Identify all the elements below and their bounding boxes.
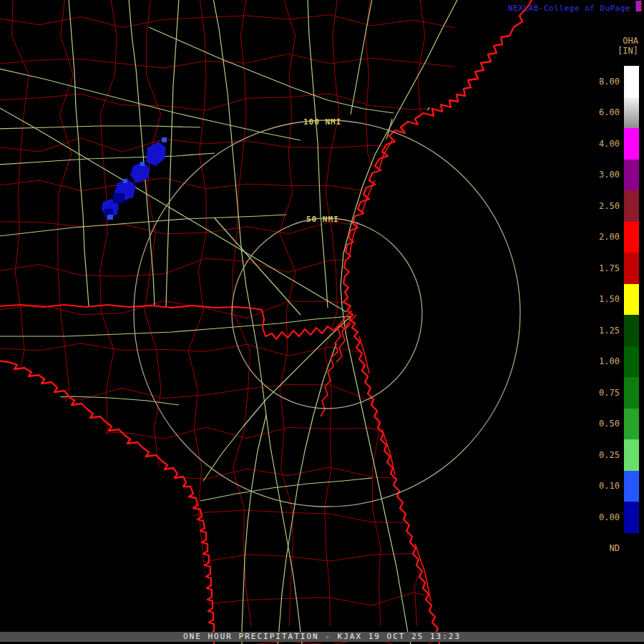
legend-label: 0.10 [587,481,620,491]
atlantic-coastline [343,0,533,644]
range-ring-50nmi [232,218,422,409]
precipitation-echoes [102,137,167,220]
legend-swatch [624,66,639,97]
river [321,311,356,416]
legend-label: 1.75 [587,263,620,273]
legend-label: 0.75 [587,388,620,398]
legend-row: 2.00 [587,222,639,253]
county-line [0,467,454,484]
highways [0,0,458,644]
county-line [0,258,454,276]
county-line [12,0,29,626]
legend-label: 1.25 [587,326,620,336]
county-line [0,425,454,441]
legend-row: 1.50 [587,284,639,316]
county-line [0,342,454,357]
range-ring-labels: 100 NMI 50 NMI [303,117,341,224]
legend-row: 4.00 [587,128,639,160]
radar-viewport: 100 NMI 50 NMI NEXLAB-College of DuPage … [0,0,644,644]
coastline [0,0,533,644]
county-line [233,0,251,626]
legend-swatch [624,502,639,533]
range-ring-label-100: 100 NMI [303,117,341,127]
legend-swatch [624,315,639,346]
legend-row: 0.50 [587,409,639,440]
legend-label: 0.00 [587,512,620,522]
legend-label: 8.00 [587,77,620,87]
legend-label: 1.50 [587,294,620,304]
legend-swatch [624,346,639,378]
county-line [366,0,384,626]
county-line [0,553,454,565]
state-border [0,305,351,339]
product-label-block: OHA [IN] [618,36,638,56]
county-line [0,178,454,193]
legend-swatch [624,409,639,440]
legend-swatch [624,128,639,160]
legend-label: ND [587,543,620,553]
legend-swatch [624,97,639,129]
range-ring-100nmi [134,120,520,507]
legend-label: 0.50 [587,419,620,429]
color-scale-legend: 8.006.004.003.002.502.001.751.501.251.00… [587,66,639,564]
county-line [145,0,161,626]
legend-swatch [624,190,639,222]
county-line [280,0,296,626]
legend-row: 0.25 [587,439,639,471]
range-rings [134,120,520,507]
legend-row: 1.75 [587,253,639,284]
product-units-label: [IN] [618,46,638,56]
cod-logo-icon: ▓ [635,1,641,11]
county-borders [0,0,454,644]
legend-row: 0.75 [587,377,639,409]
legend-label: 2.50 [587,201,620,211]
legend-swatch [624,533,639,565]
status-text: ONE HOUR PRECIPITATION - KJAX 19 OCT 25 … [183,632,461,641]
legend-row: ND [587,533,639,565]
legend-row: 2.50 [587,190,639,222]
legend-swatch [624,471,639,502]
legend-swatch [624,377,639,409]
legend-swatch [624,160,639,191]
status-bar: ONE HOUR PRECIPITATION - KJAX 19 OCT 25 … [0,632,644,642]
legend-label: 0.25 [587,450,620,460]
radar-map: 100 NMI 50 NMI [0,0,644,644]
legend-swatch [624,253,639,284]
legend-label: 6.00 [587,107,620,117]
legend-row: 1.25 [587,315,639,346]
legend-swatch [624,222,639,253]
county-line [57,0,74,626]
range-ring-label-50: 50 NMI [306,215,339,224]
county-line [411,0,427,626]
legend-swatch [624,439,639,471]
legend-label: 4.00 [587,139,620,149]
county-line [0,15,454,28]
legend-label: 3.00 [587,170,620,180]
legend-label: 2.00 [587,232,620,242]
legend-label: 1.00 [587,356,620,366]
product-code-label: OHA [618,36,638,46]
legend-row: 0.10 [587,471,639,502]
brand-text: NEXLAB-College of DuPage [508,4,630,13]
legend-row: 1.00 [587,346,639,378]
legend-row: 0.00 [587,502,639,533]
legend-row: 3.00 [587,160,639,191]
county-line [0,94,454,110]
legend-row: 8.00 [587,66,639,97]
county-line [0,592,454,605]
county-line [0,301,454,318]
legend-swatch [624,284,639,316]
county-line [0,509,454,525]
legend-row: 6.00 [587,97,639,129]
